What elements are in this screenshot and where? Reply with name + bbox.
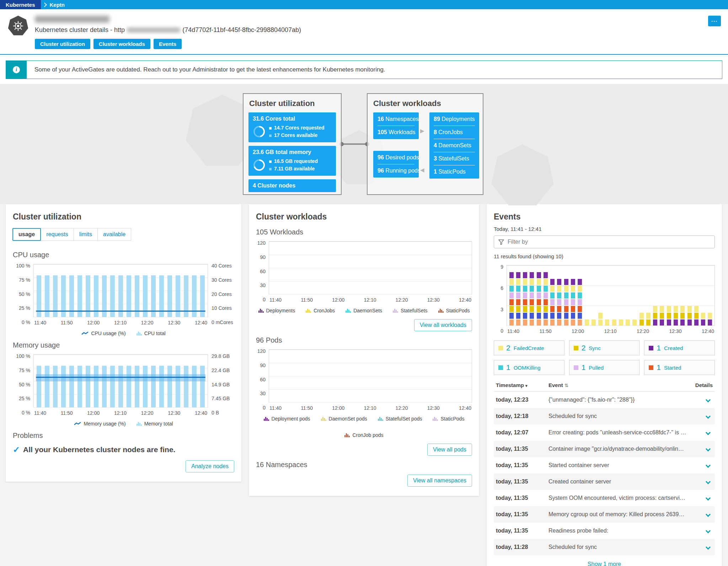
table-row[interactable]: today, 11:35Readiness probe failed: xyxy=(494,523,715,539)
legend-item-cronjobs: CronJobs xyxy=(306,308,335,313)
row-expand-chevron-icon[interactable] xyxy=(706,528,711,533)
more-actions-button[interactable]: ··· xyxy=(708,16,721,26)
row-expand-chevron-icon[interactable] xyxy=(706,397,711,402)
legend-item-staticpods: StaticPods xyxy=(433,416,464,422)
table-row[interactable]: today, 12:18Scheduled for sync xyxy=(494,408,715,424)
cluster-utilization-button[interactable]: Cluster utilization xyxy=(35,39,90,49)
events-filter[interactable] xyxy=(494,236,715,248)
col-event[interactable]: Event ⇅ xyxy=(548,382,691,388)
event-chip-failedcreate[interactable]: 2FailedCreate xyxy=(494,340,564,355)
kind-CronJobs: 8 CronJobs xyxy=(434,129,475,136)
row-expand-chevron-icon[interactable] xyxy=(706,496,711,501)
row-expand-chevron-icon[interactable] xyxy=(706,446,711,451)
memory-usage-legend: Memory usage (%)Memory total xyxy=(13,421,234,427)
activegate-warning-banner: i Some of your ActiveGates are outdated.… xyxy=(6,60,722,79)
events-table: Timestamp ▾ Event ⇅ Details today, 12:23… xyxy=(494,382,715,555)
workloads-count: 105 Workloads xyxy=(378,129,414,136)
event-chip-oomkilling[interactable]: 1OOMKilling xyxy=(494,360,564,375)
cpu-usage-chart: 100 %75 %50 %25 %0 %11:4011:5012:0012:10… xyxy=(13,264,234,326)
events-button[interactable]: Events xyxy=(154,39,182,49)
col-timestamp[interactable]: Timestamp ▾ xyxy=(496,382,548,388)
table-row[interactable]: today, 11:28Scheduled for sync xyxy=(494,539,715,555)
utilization-tabs: usagerequestslimitsavailable xyxy=(13,228,131,241)
row-expand-chevron-icon[interactable] xyxy=(706,430,711,435)
breadcrumb: Kubernetes Keptn xyxy=(0,0,728,9)
diagram-utilization-box[interactable]: Cluster utilization 31.6 Cores total 14.… xyxy=(243,93,342,195)
sort-desc-icon: ▾ xyxy=(525,383,528,388)
tab-usage[interactable]: usage xyxy=(12,228,41,241)
tab-requests[interactable]: requests xyxy=(41,228,74,241)
events-time-range: Today, 11:41 - 12:41 xyxy=(494,226,715,232)
legend-item-deployments: Deployments xyxy=(258,308,295,313)
filter-input[interactable] xyxy=(508,239,710,245)
show-more-link[interactable]: Show 1 more xyxy=(494,561,715,566)
events-plot[interactable] xyxy=(507,265,715,326)
view-all-workloads-button[interactable]: View all workloads xyxy=(414,319,472,331)
table-row[interactable]: today, 11:35Started container server xyxy=(494,457,715,474)
workload-kinds-tile[interactable]: 89 Deployments8 CronJobs4 DaemonSets3 St… xyxy=(429,112,479,179)
pods-count-heading: 96 Pods xyxy=(256,336,472,344)
cluster-name-redacted xyxy=(35,16,109,23)
row-expand-chevron-icon[interactable] xyxy=(706,512,711,517)
workloads-plot[interactable] xyxy=(269,241,472,295)
event-chip-started[interactable]: 1Started xyxy=(644,360,715,375)
diagram-utilization-title: Cluster utilization xyxy=(243,94,341,112)
subtitle-prefix: Kubernetes cluster details - http xyxy=(35,26,125,34)
cpu-usage-plot[interactable] xyxy=(33,264,208,317)
diagram-workloads-title: Cluster workloads xyxy=(368,94,483,112)
events-table-body: today, 12:23{"unmanaged": {"fs.aio-nr": … xyxy=(494,392,715,555)
breadcrumb-keptn[interactable]: Keptn xyxy=(50,0,65,9)
table-row[interactable]: today, 11:35Container image "gcr.io/dyna… xyxy=(494,441,715,457)
kubernetes-logo-icon xyxy=(8,16,28,36)
memory-available: 7.11 GB available xyxy=(269,165,318,173)
table-row[interactable]: today, 11:35System OOM encountered, vict… xyxy=(494,490,715,506)
diagram-connector xyxy=(341,143,368,145)
table-row[interactable]: today, 11:35Memory cgroup out of memory:… xyxy=(494,506,715,523)
cpu-usage-legend: CPU usage (%)CPU total xyxy=(13,330,234,336)
pods-tile[interactable]: 96 Desired pods 96 Running pods xyxy=(373,151,419,178)
view-all-pods-button[interactable]: View all pods xyxy=(427,444,472,456)
legend-item-daemonsets: DaemonSets xyxy=(346,308,382,313)
memory-usage-chart: 100 %75 %50 %25 %0 %11:4011:5012:0012:10… xyxy=(13,354,234,416)
table-row[interactable]: today, 12:07Error creating: pods "unleas… xyxy=(494,424,715,441)
events-panel-title: Events xyxy=(494,212,715,222)
row-expand-chevron-icon[interactable] xyxy=(706,414,711,419)
subtitle-uuid: (74d7702f-11bf-445f-8fbc-2998804007ab) xyxy=(182,26,301,34)
memory-usage-plot[interactable] xyxy=(33,354,208,408)
event-chip-created[interactable]: 1Created xyxy=(644,340,715,355)
page-header: Kubernetes cluster details - http (74d77… xyxy=(0,9,728,55)
row-expand-chevron-icon[interactable] xyxy=(706,463,711,468)
row-expand-chevron-icon[interactable] xyxy=(706,545,711,550)
pods-plot[interactable] xyxy=(269,349,472,403)
memory-requested: 16.5 GB requested xyxy=(269,158,318,165)
utilization-panel: Cluster utilization usagerequestslimitsa… xyxy=(6,204,241,482)
memory-tile[interactable]: 23.6 GB total memory 16.5 GB requested 7… xyxy=(248,146,336,176)
tab-available[interactable]: available xyxy=(97,228,131,241)
breadcrumb-kubernetes[interactable]: Kubernetes xyxy=(0,0,41,9)
check-icon: ✓ xyxy=(13,445,20,455)
kubernetes-watermark-icon xyxy=(491,144,555,208)
cores-tile[interactable]: 31.6 Cores total 14.7 Cores requested 17… xyxy=(248,112,336,142)
tab-limits[interactable]: limits xyxy=(74,228,98,241)
workloads-panel: Cluster workloads 105 Workloads 12090603… xyxy=(249,204,479,496)
analyze-nodes-button[interactable]: Analyze nodes xyxy=(186,460,234,472)
legend-item-memory-usage-: Memory usage (%) xyxy=(74,421,125,427)
info-icon: i xyxy=(6,61,27,79)
legend-item-cpu-usage-: CPU usage (%) xyxy=(81,330,125,336)
table-row[interactable]: today, 11:35Created container server xyxy=(494,474,715,490)
namespaces-workloads-tile[interactable]: 16 Namespaces 105 Workloads xyxy=(373,112,419,139)
event-chip-pulled[interactable]: 1Pulled xyxy=(569,360,640,375)
view-all-namespaces-button[interactable]: View all namespaces xyxy=(407,475,472,487)
diagram-workloads-box[interactable]: Cluster workloads 16 Namespaces 105 Work… xyxy=(367,93,483,195)
table-row[interactable]: today, 12:23{"unmanaged": {"fs.aio-nr": … xyxy=(494,392,715,408)
cluster-nodes-tile[interactable]: 4 Cluster nodes xyxy=(248,179,336,192)
arrow-left-icon: ◀ xyxy=(420,167,424,173)
namespaces-count-heading: 16 Namespaces xyxy=(256,461,472,469)
cluster-workloads-button[interactable]: Cluster workloads xyxy=(93,39,150,49)
running-pods: 96 Running pods xyxy=(378,168,414,174)
legend-item-cpu-total: CPU total xyxy=(136,330,166,336)
row-expand-chevron-icon[interactable] xyxy=(706,479,711,484)
event-chip-sync[interactable]: 2Sync xyxy=(569,340,640,355)
legend-item-daemonset-pods: DaemonSet pods xyxy=(321,416,367,422)
cores-donut-icon xyxy=(253,125,266,138)
